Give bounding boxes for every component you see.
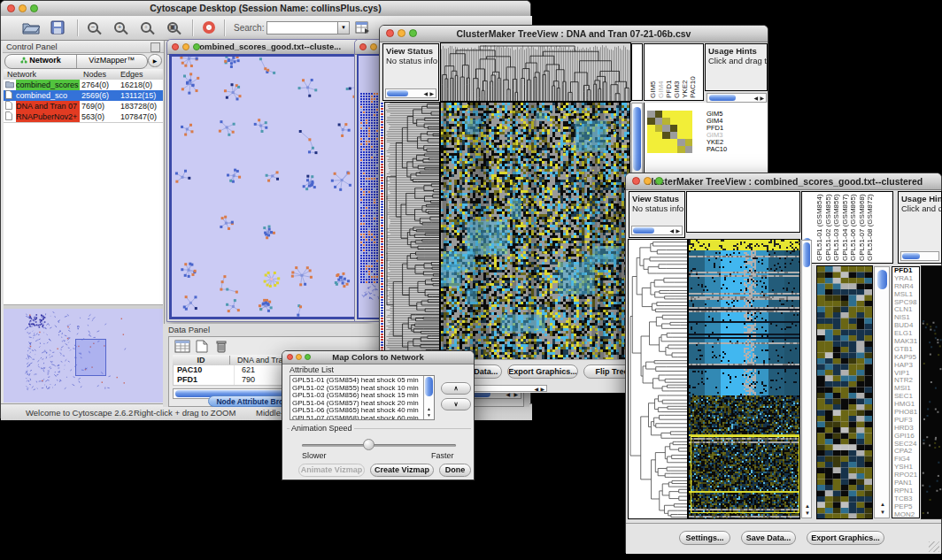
animate-vizmap-button[interactable]: Animate Vizmap: [298, 464, 365, 477]
zoom-button[interactable]: [193, 43, 200, 50]
tv1-column-label: PAC10: [689, 43, 697, 98]
close-button[interactable]: [7, 4, 15, 12]
zoom-button[interactable]: [409, 29, 417, 37]
minimize-button[interactable]: [398, 29, 405, 37]
tab-more-button[interactable]: ▶: [148, 54, 162, 67]
network-row[interactable]: combined_sco2569(6)13112(15): [4, 90, 163, 101]
export-graphics-button[interactable]: Export Graphics...: [807, 531, 884, 545]
tv2-zoom-heatmap[interactable]: [817, 266, 872, 518]
open-file-icon[interactable]: [22, 20, 40, 38]
scroll-right-icon[interactable]: ▶: [760, 96, 764, 101]
toolbar-separator: [192, 19, 194, 36]
tv2-heatmap-selection[interactable]: [691, 436, 799, 513]
scroll-right-icon[interactable]: ▶: [429, 91, 434, 96]
main-title-bar[interactable]: Cytoscape Desktop (Session Name: collins…: [1, 1, 530, 17]
scroll-left-icon[interactable]: ◀: [423, 91, 428, 96]
zoom-out-icon[interactable]: −: [88, 22, 98, 33]
tv1-column-dendrogram[interactable]: [441, 43, 630, 101]
network-row[interactable]: RNAPuberNov2+563(0)107847(0): [4, 111, 163, 122]
scroll-down-icon[interactable]: ▼: [805, 510, 810, 516]
close-button[interactable]: [359, 43, 367, 50]
animation-speed-label: Animation Speed: [290, 424, 354, 433]
scroll-up-icon[interactable]: ▲: [880, 502, 885, 507]
minimize-button[interactable]: [182, 43, 189, 50]
tv2-column-dendrogram-area[interactable]: [686, 191, 800, 233]
done-button[interactable]: Done: [439, 464, 471, 477]
zoom-button[interactable]: [30, 4, 38, 12]
zoom-in-icon[interactable]: +: [114, 22, 125, 33]
zoom-fit-icon[interactable]: ▣: [167, 22, 178, 33]
dialog-title-bar[interactable]: Map Colors to Network: [282, 351, 474, 364]
matrix-cell: [685, 132, 693, 139]
scroll-right-icon[interactable]: ▶: [676, 228, 680, 234]
minimize-button[interactable]: [370, 43, 377, 50]
overview-viewport-rect[interactable]: [75, 339, 106, 376]
save-data-button[interactable]: Save Data...: [741, 531, 796, 545]
tv2-vscrollbar[interactable]: ▲ ▼: [801, 240, 812, 518]
tv1-zoom-matrix[interactable]: [647, 111, 692, 153]
close-button[interactable]: [172, 43, 179, 50]
minimize-button[interactable]: [296, 354, 302, 360]
resize-grip[interactable]: [929, 541, 939, 552]
network-tree-area[interactable]: [4, 122, 163, 305]
scroll-down-icon[interactable]: ▼: [880, 510, 885, 515]
usage-hints-title: Usage Hints: [899, 192, 941, 203]
move-down-button[interactable]: ∨: [441, 398, 471, 410]
save-icon[interactable]: [50, 20, 65, 38]
tv2-zoom-vscrollbar[interactable]: ▲ ▼: [874, 266, 890, 518]
scroll-left-icon[interactable]: ◀: [753, 96, 758, 101]
tab-network[interactable]: Network: [5, 55, 77, 68]
tv1-row-dendrogram[interactable]: [385, 103, 439, 359]
close-button[interactable]: [632, 177, 640, 185]
zoom-button[interactable]: [655, 177, 663, 185]
import-table-icon[interactable]: [355, 20, 370, 38]
network-window-title: combined_scores_good.txt--cluste...: [195, 42, 341, 51]
network-row[interactable]: DNA and Tran 07769(0)183728(0): [4, 101, 163, 111]
network-row[interactable]: combined_scores2764(0)16218(0): [4, 80, 163, 90]
tv1-heatmap-canvas[interactable]: [441, 103, 629, 359]
scroll-left-icon[interactable]: ◀: [669, 228, 674, 234]
attribute-listbox[interactable]: GPL51-01 (GSM854) heat shock 05 minGPL51…: [290, 375, 435, 420]
close-button[interactable]: [386, 29, 394, 37]
tv1-status-hscrollbar[interactable]: ◀ ▶: [385, 88, 436, 98]
tv2-row-dendrogram[interactable]: [629, 240, 687, 518]
zoom-button[interactable]: [305, 354, 311, 360]
treeview2-window: ClusterMaker TreeView : combined_scores_…: [625, 173, 942, 553]
tv1-hints-hscrollbar[interactable]: ◀ ▶: [706, 93, 767, 103]
gene-label: MON2: [892, 511, 919, 518]
tv2-status-hscrollbar[interactable]: ◀ ▶: [631, 226, 683, 235]
tv2-hints-hscrollbar[interactable]: [900, 251, 939, 261]
minimize-button[interactable]: [19, 4, 27, 12]
desktop: { "window": {"title": "Cytoscape Desktop…: [0, 0, 942, 560]
speed-slider-track[interactable]: [302, 444, 456, 447]
delete-trash-icon[interactable]: [215, 339, 228, 357]
speed-slider-thumb[interactable]: [363, 439, 374, 450]
minimize-button[interactable]: [644, 177, 652, 185]
scroll-left-icon[interactable]: ◀: [534, 387, 538, 392]
settings-button[interactable]: Settings...: [679, 531, 730, 545]
network-window-title-bar[interactable]: combined_scores_good.txt--cluste...: [167, 40, 368, 55]
search-dropdown-button[interactable]: ▼: [337, 21, 350, 35]
search-input[interactable]: [266, 21, 341, 35]
help-lifering-icon[interactable]: [203, 21, 215, 34]
scroll-up-icon[interactable]: ▲: [427, 407, 431, 411]
tv2-usage-hints: Usage Hints Click and drag to: [898, 191, 942, 264]
create-vizmap-button[interactable]: Create Vizmap: [370, 464, 434, 477]
tab-vizmapper[interactable]: VizMapper™: [77, 55, 148, 68]
attribute-list-item[interactable]: GPL51-07 (GSM868) heat shock 60 min: [292, 415, 432, 421]
treeview1-title-bar[interactable]: ClusterMaker TreeView : DNA and Tran 07-…: [380, 26, 768, 42]
zoom-selected-icon[interactable]: ▫: [141, 22, 151, 33]
close-button[interactable]: [287, 354, 293, 360]
attribute-list-vscrollbar[interactable]: ▲ ▼: [423, 376, 434, 419]
scroll-up-icon[interactable]: ▲: [805, 503, 810, 509]
matrix-cell: [685, 139, 693, 146]
move-up-button[interactable]: ∧: [441, 382, 471, 395]
export-graphics-button[interactable]: Export Graphics...: [507, 364, 578, 379]
scroll-right-icon[interactable]: ▶: [540, 387, 544, 392]
treeview2-title-bar[interactable]: ClusterMaker TreeView : combined_scores_…: [626, 173, 941, 190]
float-panel-icon[interactable]: [151, 42, 160, 52]
gene-id-cell: PFD1: [174, 375, 235, 385]
network-canvas[interactable]: [169, 54, 367, 319]
scroll-down-icon[interactable]: ▼: [427, 413, 431, 418]
matrix-cell: [670, 139, 678, 146]
